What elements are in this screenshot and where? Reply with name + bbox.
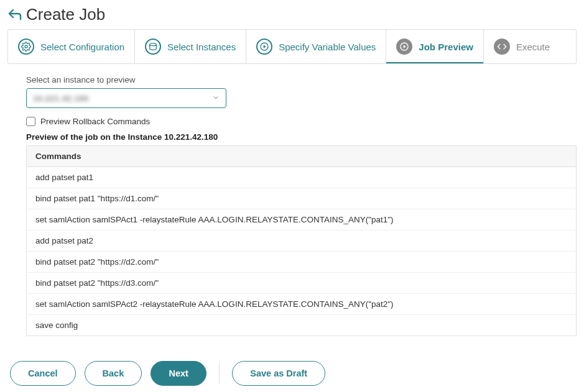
tab-execute[interactable]: Execute bbox=[484, 30, 576, 63]
tab-select-configuration[interactable]: Select Configuration bbox=[8, 30, 135, 63]
commands-table: Commands add patset pat1 bind patset pat… bbox=[26, 145, 577, 336]
checkbox-icon[interactable] bbox=[26, 117, 35, 126]
tab-specify-variables[interactable]: Specify Variable Values bbox=[246, 30, 386, 63]
back-arrow-icon[interactable] bbox=[7, 6, 22, 24]
svg-point-0 bbox=[25, 45, 27, 48]
next-button[interactable]: Next bbox=[151, 361, 206, 386]
cancel-button[interactable]: Cancel bbox=[10, 361, 76, 386]
command-row: add patset pat1 bbox=[27, 167, 576, 188]
command-row: add patset pat2 bbox=[27, 230, 576, 252]
play-icon bbox=[256, 39, 272, 55]
tab-label: Select Instances bbox=[167, 42, 236, 52]
command-row: set samlAction samlSPAct2 -relaystateRul… bbox=[27, 294, 576, 315]
tab-select-instances[interactable]: Select Instances bbox=[135, 30, 246, 63]
command-row: bind patset pat1 "https://d1.com/" bbox=[27, 188, 576, 209]
command-row: save config bbox=[27, 315, 576, 335]
instance-select-value: 10.221.42.180 bbox=[33, 94, 89, 103]
play-icon bbox=[396, 39, 412, 55]
instance-select-label: Select an instance to preview bbox=[26, 75, 577, 84]
divider bbox=[219, 362, 220, 385]
back-button[interactable]: Back bbox=[85, 361, 142, 386]
save-draft-button[interactable]: Save as Draft bbox=[232, 361, 325, 386]
svg-marker-3 bbox=[264, 45, 266, 48]
tab-label: Select Configuration bbox=[40, 42, 124, 52]
rollback-checkbox-row[interactable]: Preview Rollback Commands bbox=[26, 117, 577, 126]
commands-column-header: Commands bbox=[27, 146, 576, 167]
command-row: set samlAction samlSPAct1 -relaystateRul… bbox=[27, 209, 576, 230]
svg-point-1 bbox=[150, 43, 157, 46]
chevron-down-icon bbox=[212, 94, 220, 103]
code-icon bbox=[494, 39, 510, 55]
gear-icon bbox=[18, 39, 34, 55]
page-title: Create Job bbox=[26, 5, 105, 24]
page-header: Create Job bbox=[7, 5, 577, 24]
footer-actions: Cancel Back Next Save as Draft bbox=[7, 361, 577, 386]
svg-marker-5 bbox=[404, 45, 406, 48]
tab-label: Specify Variable Values bbox=[279, 42, 376, 52]
disk-icon bbox=[145, 39, 161, 55]
instance-select[interactable]: 10.221.42.180 bbox=[26, 88, 226, 108]
rollback-checkbox-label: Preview Rollback Commands bbox=[40, 117, 150, 126]
command-row: bind patset pat2 "https://d2.com/" bbox=[27, 252, 576, 273]
command-row: bind patset pat2 "https://d3.com/" bbox=[27, 273, 576, 294]
tab-content: Select an instance to preview 10.221.42.… bbox=[7, 75, 577, 336]
wizard-tabs: Select Configuration Select Instances Sp… bbox=[7, 29, 577, 64]
tab-job-preview[interactable]: Job Preview bbox=[386, 30, 484, 63]
preview-label: Preview of the job on the Instance 10.22… bbox=[26, 132, 577, 142]
tab-label: Execute bbox=[516, 42, 550, 52]
tab-label: Job Preview bbox=[419, 42, 473, 52]
